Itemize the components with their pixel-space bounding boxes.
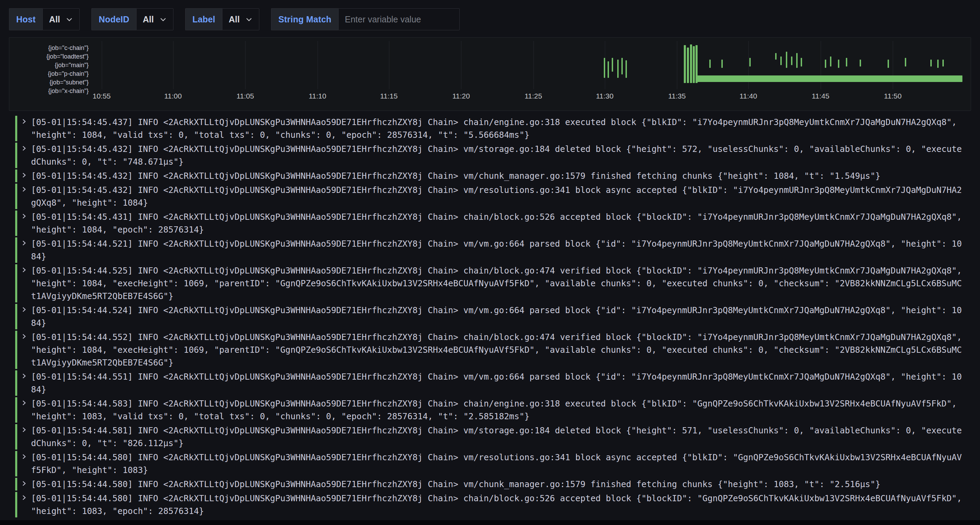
log-row[interactable]: [05-01|15:54:44.583] INFO <2AcRkXTLLtQjv… <box>15 397 966 423</box>
legend-series-label[interactable]: {job="loadtest"} <box>9 52 89 61</box>
log-level-indicator <box>15 184 17 209</box>
expand-chevron-icon[interactable] <box>21 424 31 450</box>
volume-bar <box>625 60 627 78</box>
x-axis-tick-label: 11:00 <box>164 92 182 100</box>
log-level-indicator <box>15 478 17 490</box>
expand-chevron-icon[interactable] <box>21 211 31 236</box>
log-line-text: [05-01|15:54:45.431] INFO <2AcRkXTLLtQjv… <box>31 211 966 236</box>
variable-nodeid-label: NodeID <box>91 8 136 30</box>
log-line-text: [05-01|15:54:45.432] INFO <2AcRkXTLLtQjv… <box>31 184 966 209</box>
log-level-indicator <box>15 492 17 517</box>
log-row[interactable]: [05-01|15:54:44.580] INFO <2AcRkXTLLtQjv… <box>15 478 966 490</box>
bottom-scroll-track[interactable] <box>0 520 980 525</box>
log-row[interactable]: [05-01|15:54:44.580] INFO <2AcRkXTLLtQjv… <box>15 451 966 476</box>
variable-host-value: All <box>49 14 60 24</box>
expand-chevron-icon[interactable] <box>21 264 31 303</box>
variable-label-label: Label <box>185 8 222 30</box>
legend-series-label[interactable]: {job="p-chain"} <box>9 70 89 78</box>
log-level-indicator <box>15 304 17 329</box>
log-row[interactable]: [05-01|15:54:45.431] INFO <2AcRkXTLLtQjv… <box>15 211 966 236</box>
variable-host-label: Host <box>9 8 42 30</box>
variable-label-select[interactable]: All <box>222 8 259 30</box>
volume-bar <box>617 60 619 78</box>
volume-gridline <box>245 41 245 89</box>
log-row[interactable]: [05-01|15:54:44.580] INFO <2AcRkXTLLtQjv… <box>15 492 966 517</box>
log-row[interactable]: [05-01|15:54:44.524] INFO <2AcRkXTLLtQjv… <box>15 304 966 329</box>
volume-bar <box>791 57 792 65</box>
x-axis-tick-label: 11:10 <box>309 92 326 100</box>
legend-series-label[interactable]: {job="subnet"} <box>9 78 89 87</box>
volume-gridline <box>677 41 677 89</box>
expand-chevron-icon[interactable] <box>21 331 31 369</box>
log-row[interactable]: [05-01|15:54:44.525] INFO <2AcRkXTLLtQjv… <box>15 264 966 303</box>
volume-bar <box>860 60 861 67</box>
string-match-input[interactable] <box>338 8 460 30</box>
log-line-text: [05-01|15:54:45.432] INFO <2AcRkXTLLtQjv… <box>31 143 966 168</box>
legend-series-label[interactable]: {job="c-chain"} <box>9 44 89 52</box>
x-axis-tick-label: 10:55 <box>92 92 111 100</box>
variable-host-select[interactable]: All <box>42 8 80 30</box>
log-row[interactable]: [05-01|15:54:44.552] INFO <2AcRkXTLLtQjv… <box>15 331 966 369</box>
expand-chevron-icon[interactable] <box>21 170 31 182</box>
log-level-indicator <box>15 264 17 303</box>
chevron-down-icon <box>65 16 73 23</box>
volume-gridline <box>173 41 173 89</box>
volume-bar <box>825 60 826 68</box>
log-line-text: [05-01|15:54:44.552] INFO <2AcRkXTLLtQjv… <box>31 331 966 369</box>
expand-chevron-icon[interactable] <box>21 478 31 490</box>
log-row[interactable]: [05-01|15:54:45.432] INFO <2AcRkXTLLtQjv… <box>15 184 966 209</box>
log-row[interactable]: [05-01|15:54:45.437] INFO <2AcRkXTLLtQjv… <box>15 116 966 141</box>
x-axis-tick-label: 11:05 <box>237 92 254 100</box>
log-line-text: [05-01|15:54:44.581] INFO <2AcRkXTLLtQjv… <box>31 424 966 450</box>
log-volume-plot[interactable] <box>92 43 963 86</box>
log-row[interactable]: [05-01|15:54:45.432] INFO <2AcRkXTLLtQjv… <box>15 170 966 182</box>
expand-chevron-icon[interactable] <box>21 397 31 423</box>
volume-bar <box>687 48 689 83</box>
log-line-text: [05-01|15:54:44.580] INFO <2AcRkXTLLtQjv… <box>31 478 880 490</box>
expand-chevron-icon[interactable] <box>21 492 31 517</box>
volume-bar <box>684 45 686 83</box>
volume-bar <box>830 57 831 67</box>
log-line-text: [05-01|15:54:45.432] INFO <2AcRkXTLLtQjv… <box>31 170 880 182</box>
expand-chevron-icon[interactable] <box>21 184 31 209</box>
volume-bar <box>888 60 889 68</box>
volume-gridline <box>102 41 102 89</box>
volume-bar <box>905 58 906 67</box>
variable-label-value: All <box>229 14 240 24</box>
log-line-text: [05-01|15:54:44.551] INFO <2AcRkXTLLtQjv… <box>31 370 966 396</box>
volume-gridline <box>748 41 749 89</box>
log-line-text: [05-01|15:54:44.583] INFO <2AcRkXTLLtQjv… <box>31 397 966 423</box>
log-level-indicator <box>15 237 17 263</box>
legend-series-label[interactable]: {job="x-chain"} <box>9 87 89 95</box>
expand-chevron-icon[interactable] <box>21 370 31 396</box>
expand-chevron-icon[interactable] <box>21 237 31 263</box>
expand-chevron-icon[interactable] <box>21 116 31 141</box>
log-level-indicator <box>15 116 17 141</box>
expand-chevron-icon[interactable] <box>21 451 31 476</box>
log-line-text: [05-01|15:54:44.521] INFO <2AcRkXTLLtQjv… <box>31 237 966 263</box>
volume-gridline <box>533 41 534 89</box>
variable-nodeid-select[interactable]: All <box>136 8 173 30</box>
volume-bar <box>937 60 939 68</box>
log-row[interactable]: [05-01|15:54:44.521] INFO <2AcRkXTLLtQjv… <box>15 237 966 263</box>
volume-band <box>695 75 963 82</box>
volume-bar <box>786 52 787 68</box>
volume-bar <box>608 61 609 78</box>
expand-chevron-icon[interactable] <box>21 304 31 329</box>
volume-gridline <box>318 41 318 89</box>
log-level-indicator <box>15 331 17 369</box>
chevron-down-icon <box>159 16 167 23</box>
expand-chevron-icon[interactable] <box>21 143 31 168</box>
volume-bar <box>612 58 613 71</box>
volume-bar <box>838 60 839 68</box>
volume-bar <box>749 58 751 67</box>
variable-nodeid-value: All <box>143 14 154 24</box>
log-line-text: [05-01|15:54:44.525] INFO <2AcRkXTLLtQjv… <box>31 264 966 303</box>
x-axis-tick-label: 11:35 <box>668 92 686 100</box>
legend-series-label[interactable]: {job="main"} <box>9 61 89 70</box>
log-row[interactable]: [05-01|15:54:45.432] INFO <2AcRkXTLLtQjv… <box>15 143 966 168</box>
log-row[interactable]: [05-01|15:54:44.581] INFO <2AcRkXTLLtQjv… <box>15 424 966 450</box>
volume-bar <box>846 58 847 67</box>
log-row[interactable]: [05-01|15:54:44.551] INFO <2AcRkXTLLtQjv… <box>15 370 966 396</box>
variables-bar: Host All NodeID All Label All String Mat… <box>0 0 980 37</box>
